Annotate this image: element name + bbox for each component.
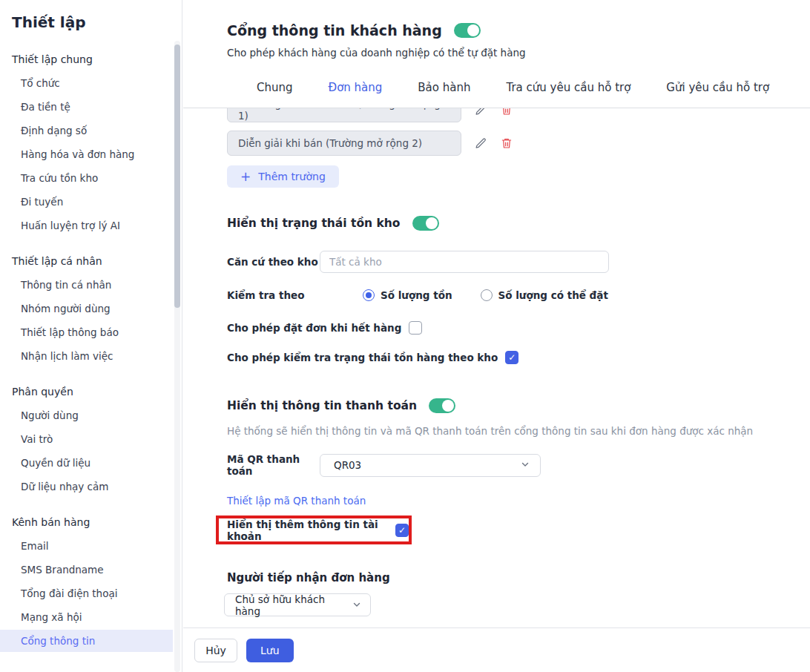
extension-field-row: Mã hàng hóa thêm mới (Trường mở rộng 1)	[227, 108, 810, 122]
page-title: Cổng thông tin khách hàng	[227, 22, 442, 39]
sidebar-item-sms-brandname[interactable]: SMS Brandname	[0, 562, 182, 577]
sidebar-item-email[interactable]: Email	[0, 538, 182, 553]
sidebar-scrollbar-thumb[interactable]	[174, 45, 180, 308]
qr-code-select[interactable]: QR03	[320, 454, 541, 477]
main-panel: Cổng thông tin khách hàng Cho phép khách…	[183, 0, 810, 672]
qr-code-label: Mã QR thanh toán	[227, 453, 320, 477]
backorder-checkbox[interactable]	[409, 321, 422, 335]
radio-option-so-luong-co-the-dat[interactable]: Số lượng có thể đặt	[481, 289, 608, 301]
sidebar-section-personal: Thiết lập cá nhân	[12, 254, 182, 269]
annotation-highlight-box: Hiển thị thêm thông tin tài khoản ✓	[216, 515, 412, 544]
chevron-down-icon	[352, 599, 361, 611]
sidebar-section-sales-channels: Kênh bán hàng	[12, 515, 182, 530]
sidebar-item-nhan-lich-lam-viec[interactable]: Nhận lịch làm việc	[0, 349, 182, 363]
trash-icon[interactable]	[501, 137, 513, 149]
extension-field-2: Diễn giải khi bán (Trường mở rộng 2)	[227, 131, 461, 156]
sidebar-item-nguoi-dung[interactable]: Người dùng	[0, 408, 182, 423]
backorder-checkbox-label: Cho phép đặt đơn khi hết hàng	[227, 322, 401, 334]
sidebar-item-hang-hoa-don-hang[interactable]: Hàng hóa và đơn hàng	[0, 147, 182, 162]
tab-bao-hanh[interactable]: Bảo hành	[418, 81, 470, 94]
sidebar-nav: Thiết lập chung Tổ chức Đa tiền tệ Định …	[0, 52, 182, 672]
add-field-label: Thêm trường	[258, 171, 326, 182]
tab-gui-yeu-cau-ho-tro[interactable]: Gửi yêu cầu hỗ trợ	[666, 81, 769, 94]
sidebar-item-tra-cuu-ton-kho[interactable]: Tra cứu tồn kho	[0, 171, 182, 185]
extension-field-row: Diễn giải khi bán (Trường mở rộng 2)	[227, 131, 810, 156]
sidebar-item-nhom-nguoi-dung[interactable]: Nhóm người dùng	[0, 301, 182, 316]
order-recipient-value: Chủ sở hữu khách hàng	[235, 593, 346, 617]
tab-tra-cuu-yeu-cau-ho-tro[interactable]: Tra cứu yêu cầu hỗ trợ	[506, 81, 630, 94]
sidebar-item-tong-dai-dien-thoai[interactable]: Tổng đài điện thoại	[0, 586, 182, 601]
portal-enabled-toggle[interactable]	[454, 23, 481, 38]
settings-page: Thiết lập Thiết lập chung Tổ chức Đa tiề…	[0, 0, 810, 672]
stock-section-title: Hiển thị trạng thái tồn kho	[227, 217, 401, 230]
sidebar-section-general: Thiết lập chung	[12, 52, 182, 67]
sidebar-item-di-tuyen[interactable]: Đi tuyến	[0, 194, 182, 209]
extension-field-1: Mã hàng hóa thêm mới (Trường mở rộng 1)	[227, 108, 461, 122]
warehouse-input[interactable]	[320, 251, 609, 273]
recipient-section-title: Người tiếp nhận đơn hàng	[227, 571, 810, 584]
sidebar-section-permissions: Phân quyền	[12, 384, 182, 399]
portal-tabs: Chung Đơn hàng Bảo hành Tra cứu yêu cầu …	[257, 81, 769, 94]
cancel-button[interactable]: Hủy	[194, 639, 237, 662]
radio-unselected-icon[interactable]	[481, 289, 493, 301]
account-info-checkbox[interactable]: ✓	[395, 524, 409, 537]
sidebar-item-cong-thong-tin[interactable]: Cổng thông tin	[0, 630, 173, 652]
radio-selected-icon[interactable]	[363, 289, 375, 301]
sidebar-item-to-chuc[interactable]: Tổ chức	[0, 76, 182, 90]
page-subtitle: Cho phép khách hàng của doanh nghiệp có …	[227, 47, 526, 59]
sidebar-item-thong-tin-ca-nhan[interactable]: Thông tin cá nhân	[0, 277, 182, 292]
qr-code-select-value: QR03	[334, 459, 361, 471]
payment-info-toggle[interactable]	[429, 398, 455, 413]
save-button[interactable]: Lưu	[246, 639, 294, 662]
stock-by-warehouse-checkbox-label: Cho phép kiểm tra trạng thái tồn hàng th…	[227, 352, 498, 363]
tab-don-hang[interactable]: Đơn hàng	[329, 81, 383, 94]
sidebar-item-dinh-dang-so[interactable]: Định dạng số	[0, 123, 182, 138]
check-by-radio-group: Số lượng tồn Số lượng có thể đặt	[363, 289, 608, 301]
settings-sidebar: Thiết lập Thiết lập chung Tổ chức Đa tiề…	[0, 0, 182, 672]
stock-status-toggle[interactable]	[412, 216, 439, 231]
sidebar-item-da-tien-te[interactable]: Đa tiền tệ	[0, 99, 182, 114]
stock-by-warehouse-checkbox[interactable]: ✓	[505, 351, 518, 364]
tab-content-scroll-area: Mã hàng hóa thêm mới (Trường mở rộng 1) …	[183, 108, 810, 627]
sidebar-item-du-lieu-nhay-cam[interactable]: Dữ liệu nhạy cảm	[0, 479, 182, 494]
edit-pencil-icon[interactable]	[475, 137, 487, 150]
radio-option-so-luong-ton[interactable]: Số lượng tồn	[363, 289, 452, 301]
warehouse-basis-label: Căn cứ theo kho	[227, 256, 320, 268]
trash-icon[interactable]	[501, 108, 513, 116]
sidebar-item-huan-luyen-tro-ly-ai[interactable]: Huấn luyện trợ lý AI	[0, 218, 182, 233]
add-field-button[interactable]: + Thêm trường	[227, 165, 339, 188]
payment-section-description: Hệ thống sẽ hiển thị thông tin và mã QR …	[227, 425, 810, 437]
qr-setup-link[interactable]: Thiết lập mã QR thanh toán	[227, 495, 366, 507]
sidebar-item-thiet-lap-thong-bao[interactable]: Thiết lập thông báo	[0, 325, 182, 340]
check-by-label: Kiểm tra theo	[227, 289, 320, 301]
order-recipient-select[interactable]: Chủ sở hữu khách hàng	[224, 593, 371, 616]
sidebar-item-vai-tro[interactable]: Vai trò	[0, 432, 182, 447]
sidebar-item-quyen-du-lieu[interactable]: Quyền dữ liệu	[0, 455, 182, 470]
payment-section-title: Hiển thị thông tin thanh toán	[227, 399, 417, 412]
account-info-checkbox-label: Hiển thị thêm thông tin tài khoản	[227, 518, 388, 542]
footer-action-bar: Hủy Lưu	[183, 627, 810, 672]
chevron-down-icon	[521, 459, 530, 471]
tab-chung[interactable]: Chung	[257, 81, 293, 94]
plus-icon: +	[240, 171, 251, 182]
sidebar-title: Thiết lập	[12, 13, 182, 31]
sidebar-item-mang-xa-hoi[interactable]: Mạng xã hội	[0, 610, 182, 625]
edit-pencil-icon[interactable]	[475, 108, 487, 116]
